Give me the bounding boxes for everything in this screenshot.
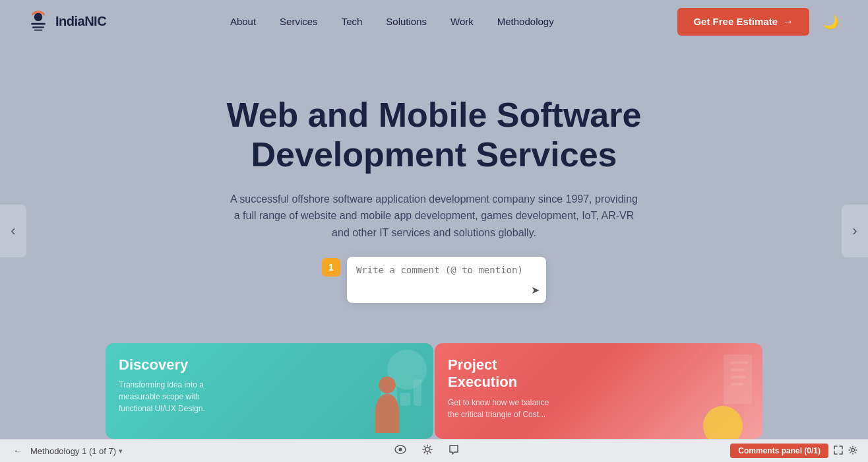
- hero-subtitle: A successful offshore software applicati…: [230, 191, 638, 242]
- nav-right: Get Free Estimate → 🌙: [677, 8, 842, 36]
- cta-button[interactable]: Get Free Estimate →: [677, 8, 809, 36]
- hero-section: Web and Mobile Software Development Serv…: [0, 43, 868, 303]
- card-discovery-desc: Transforming idea into a measurable scop…: [119, 379, 224, 414]
- comment-input[interactable]: [356, 265, 537, 291]
- nav-item-about[interactable]: About: [230, 16, 256, 28]
- svg-point-0: [34, 13, 43, 21]
- settings-center-button[interactable]: [421, 443, 434, 459]
- prev-slide-button[interactable]: ‹: [0, 205, 26, 257]
- send-icon: ➤: [531, 284, 540, 296]
- svg-point-16: [425, 447, 429, 451]
- bottom-page-label: Methodology 1 (1 of 7) ▾: [30, 446, 123, 456]
- nav-item-tech[interactable]: Tech: [342, 16, 363, 28]
- nav-item-methodology[interactable]: Methodology: [497, 16, 554, 28]
- right-arrow-icon: ›: [852, 222, 857, 240]
- card-discovery-title: Discovery: [119, 356, 420, 374]
- bottom-left-arrow-icon: ←: [13, 446, 22, 456]
- chat-icon: [449, 444, 459, 455]
- hero-title: Web and Mobile Software Development Serv…: [203, 96, 665, 175]
- comment-area: 1 ➤: [322, 257, 546, 303]
- card-execution-title: Project Execution: [448, 356, 749, 391]
- comments-panel-button[interactable]: Comments panel (0/1): [730, 444, 828, 458]
- card-execution[interactable]: Project Execution Get to know how we bal…: [435, 343, 762, 439]
- gear-center-icon: [422, 444, 433, 455]
- nav-links: About Services Tech Solutions Work Metho…: [230, 16, 554, 28]
- dark-mode-button[interactable]: 🌙: [820, 11, 842, 32]
- logo[interactable]: IndiaNIC: [26, 10, 106, 34]
- bottom-left: ← Methodology 1 (1 of 7) ▾: [11, 444, 123, 457]
- navbar: IndiaNIC About Services Tech Solutions W…: [0, 0, 868, 43]
- comment-badge: 1: [322, 258, 340, 277]
- nav-item-services[interactable]: Services: [280, 16, 318, 28]
- bottom-bar: ← Methodology 1 (1 of 7) ▾ Comm: [0, 439, 868, 462]
- eye-button[interactable]: [393, 444, 408, 458]
- fullscreen-button[interactable]: [834, 446, 843, 457]
- nav-item-work[interactable]: Work: [450, 16, 474, 28]
- bottom-right: Comments panel (0/1): [730, 444, 857, 458]
- svg-point-17: [852, 448, 855, 451]
- next-slide-button[interactable]: ›: [842, 205, 868, 257]
- cta-arrow-icon: →: [783, 16, 793, 28]
- bottom-settings-button[interactable]: [848, 446, 857, 457]
- chevron-down-icon: ▾: [119, 447, 123, 455]
- card-discovery[interactable]: Discovery Transforming idea into a measu…: [106, 343, 433, 439]
- svg-point-15: [398, 448, 402, 451]
- svg-rect-1: [31, 22, 46, 24]
- cards-row: Discovery Transforming idea into a measu…: [0, 343, 868, 439]
- logo-icon: [26, 10, 50, 34]
- nav-item-solutions[interactable]: Solutions: [386, 16, 427, 28]
- card-execution-desc: Get to know how we balance the critical …: [448, 397, 553, 420]
- comment-box: ➤: [347, 257, 546, 303]
- moon-icon: 🌙: [822, 15, 839, 29]
- bottom-prev-button[interactable]: ←: [11, 444, 25, 457]
- bottom-gear-icon: [848, 446, 857, 455]
- logo-text: IndiaNIC: [55, 14, 106, 29]
- svg-rect-2: [32, 26, 44, 28]
- bottom-center: [393, 443, 460, 459]
- fullscreen-icon: [834, 446, 843, 455]
- chat-button[interactable]: [447, 443, 460, 459]
- eye-icon: [394, 445, 406, 454]
- svg-rect-3: [34, 29, 43, 30]
- left-arrow-icon: ‹: [11, 222, 15, 240]
